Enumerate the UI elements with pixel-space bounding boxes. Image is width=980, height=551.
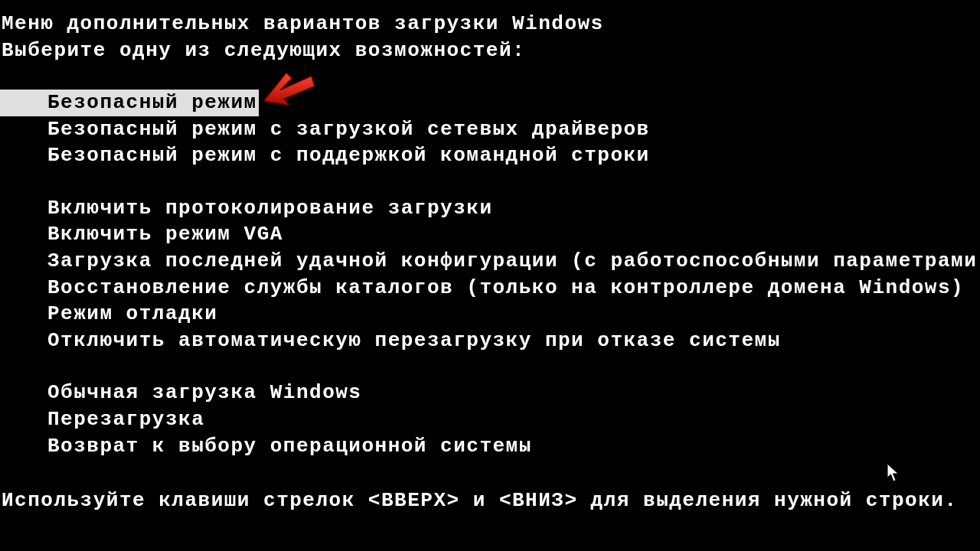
option-debug-mode[interactable]: Режим отладки: [46, 301, 219, 328]
menu-prompt: Выберите одну из следующих возможностей:: [0, 37, 980, 64]
option-disable-auto-restart[interactable]: Отключить автоматическую перезагрузку пр…: [46, 328, 782, 354]
option-safe-mode-networking[interactable]: Безопасный режим с загрузкой сетевых дра…: [46, 116, 652, 143]
option-normal-boot[interactable]: Обычная загрузка Windows: [46, 380, 363, 406]
option-return-os-choice[interactable]: Возврат к выбору операционной системы: [46, 433, 534, 460]
option-last-known-good[interactable]: Загрузка последней удачной конфигурации …: [46, 248, 980, 275]
option-directory-restore[interactable]: Восстановление службы каталогов (только …: [46, 275, 965, 302]
option-safe-mode-command[interactable]: Безопасный режим с поддержкой командной …: [46, 142, 652, 169]
option-reboot[interactable]: Перезагрузка: [46, 406, 206, 433]
menu-title: Меню дополнительных вариантов загрузки W…: [0, 11, 980, 37]
boot-options-list: Безопасный режим Безопасный режим с загр…: [0, 90, 980, 459]
option-boot-logging[interactable]: Включить протоколирование загрузки: [46, 195, 495, 222]
option-vga-mode[interactable]: Включить режим VGA: [46, 221, 285, 248]
footer-hint: Используйте клавиши стрелок <ВВЕРХ> и <В…: [0, 487, 958, 514]
option-safe-mode[interactable]: Безопасный режим: [0, 90, 259, 116]
mouse-cursor-icon: [887, 463, 900, 483]
